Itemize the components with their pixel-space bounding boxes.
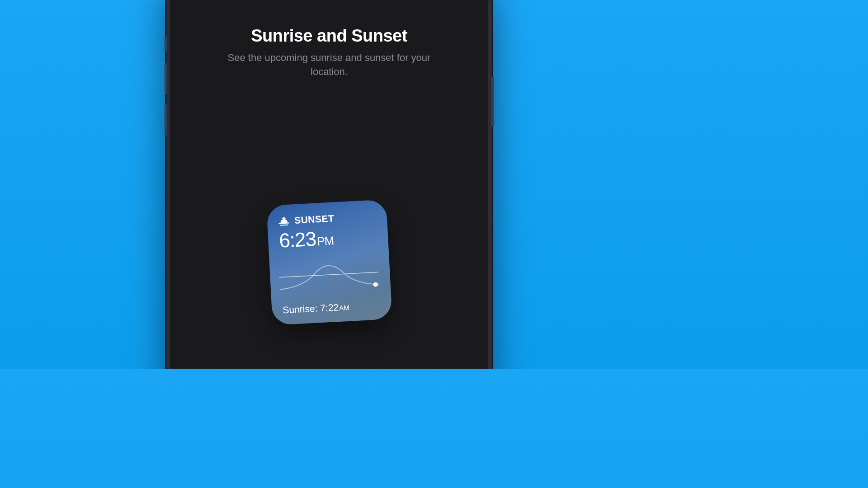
sun-curve: [280, 250, 380, 291]
power-button: [491, 77, 494, 127]
widget-picker-content: Sunrise and Sunset See the upcoming sunr…: [170, 0, 488, 79]
svg-line-2: [279, 272, 379, 277]
widget-label: SUNSET: [294, 213, 334, 226]
sunset-icon: [278, 216, 290, 226]
sunset-time-suffix: PM: [316, 234, 334, 249]
silence-switch: [165, 36, 167, 52]
sunrise-time-suffix: AM: [339, 304, 349, 312]
volume-up-button: [165, 63, 167, 95]
sunrise-time-value: 7:22: [320, 302, 339, 314]
widget-header: SUNSET: [278, 211, 376, 226]
phone-frame: Sunrise and Sunset See the upcoming sunr…: [166, 0, 492, 369]
sunset-time: 6:23 PM: [278, 224, 377, 252]
sunset-time-value: 6:23: [278, 228, 316, 252]
sunrise-info: Sunrise: 7:22 AM: [283, 301, 349, 316]
page-title: Sunrise and Sunset: [193, 26, 466, 46]
sunrise-label: Sunrise:: [283, 303, 318, 316]
sunrise-sunset-widget[interactable]: SUNSET 6:23 PM Sunrise: 7:22 AM: [266, 199, 392, 325]
phone-screen: Sunrise and Sunset See the upcoming sunr…: [170, 0, 488, 369]
svg-rect-1: [280, 225, 288, 226]
page-subtitle: See the upcoming sunrise and sunset for …: [212, 51, 447, 79]
volume-down-button: [165, 104, 167, 136]
svg-point-3: [373, 282, 378, 287]
